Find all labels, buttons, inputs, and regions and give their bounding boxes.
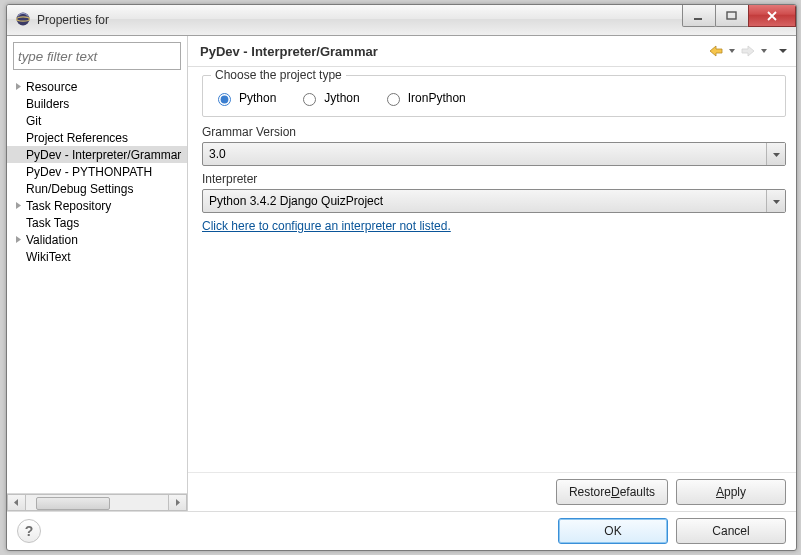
radio-jython[interactable]: Jython [298, 90, 359, 106]
radio-python-input[interactable] [218, 93, 231, 106]
header-nav [708, 44, 788, 58]
sidebar-item-label: Resource [26, 80, 77, 94]
scroll-right-icon[interactable] [168, 494, 187, 511]
sidebar-item-wikitext[interactable]: WikiText [7, 248, 187, 265]
grammar-version-value: 3.0 [209, 147, 226, 161]
scroll-thumb[interactable] [36, 497, 110, 510]
group-legend: Choose the project type [211, 68, 346, 82]
help-button[interactable]: ? [17, 519, 41, 543]
sidebar-item-resource[interactable]: Resource [7, 78, 187, 95]
svg-rect-3 [727, 12, 736, 19]
window-title: Properties for [37, 13, 109, 27]
interpreter-select[interactable]: Python 3.4.2 Django QuizProject [202, 189, 786, 213]
nav-back-menu-icon[interactable] [728, 44, 736, 58]
maximize-button[interactable] [715, 5, 749, 27]
svg-rect-2 [694, 18, 702, 20]
sidebar-item-pydev-pythonpath[interactable]: PyDev - PYTHONPATH [7, 163, 187, 180]
sidebar-item-label: Builders [26, 97, 69, 111]
sidebar-item-task-tags[interactable]: Task Tags [7, 214, 187, 231]
close-button[interactable] [748, 5, 796, 27]
scroll-track[interactable] [26, 494, 168, 511]
sidebar-item-run-debug-settings[interactable]: Run/Debug Settings [7, 180, 187, 197]
radio-ironpython-input[interactable] [387, 93, 400, 106]
body: Resource Builders Git Project References… [7, 36, 796, 511]
radio-label: Jython [324, 91, 359, 105]
interpreter-value: Python 3.4.2 Django QuizProject [209, 194, 383, 208]
svg-point-0 [17, 12, 30, 25]
content-area: Choose the project type Python Jython [188, 67, 796, 472]
scroll-left-icon[interactable] [7, 494, 26, 511]
nav-back-button[interactable] [708, 44, 724, 58]
sidebar-item-project-references[interactable]: Project References [7, 129, 187, 146]
sidebar-item-label: PyDev - Interpreter/Grammar [26, 148, 181, 162]
nav-forward-button[interactable] [740, 44, 756, 58]
sidebar-item-label: WikiText [26, 250, 71, 264]
sidebar-item-validation[interactable]: Validation [7, 231, 187, 248]
sidebar-item-builders[interactable]: Builders [7, 95, 187, 112]
sidebar-item-label: Run/Debug Settings [26, 182, 133, 196]
apply-button[interactable]: Apply [676, 479, 786, 505]
sidebar-item-pydev-interpreter-grammar[interactable]: PyDev - Interpreter/Grammar [7, 146, 187, 163]
page-header: PyDev - Interpreter/Grammar [188, 36, 796, 67]
radio-jython-input[interactable] [303, 93, 316, 106]
chevron-down-icon [766, 190, 785, 212]
filter-input[interactable] [13, 42, 181, 70]
footer: ? OK Cancel [7, 511, 796, 550]
expand-arrow-icon[interactable] [13, 200, 24, 211]
sidebar-item-git[interactable]: Git [7, 112, 187, 129]
project-type-radios: Python Jython IronPython [213, 90, 775, 106]
properties-dialog: Properties for Resource [6, 4, 797, 551]
titlebar[interactable]: Properties for [7, 5, 796, 36]
inner-button-row: Restore Defaults Apply [188, 472, 796, 511]
configure-interpreter-link[interactable]: Click here to configure an interpreter n… [202, 219, 451, 233]
interpreter-label: Interpreter [202, 172, 786, 186]
sidebar-item-label: PyDev - PYTHONPATH [26, 165, 152, 179]
radio-label: IronPython [408, 91, 466, 105]
sidebar-item-label: Project References [26, 131, 128, 145]
radio-ironpython[interactable]: IronPython [382, 90, 466, 106]
sidebar-item-task-repository[interactable]: Task Repository [7, 197, 187, 214]
chevron-down-icon [766, 143, 785, 165]
sidebar-item-label: Task Repository [26, 199, 111, 213]
cancel-button[interactable]: Cancel [676, 518, 786, 544]
sidebar-item-label: Task Tags [26, 216, 79, 230]
restore-defaults-button[interactable]: Restore Defaults [556, 479, 668, 505]
expand-arrow-icon[interactable] [13, 234, 24, 245]
grammar-version-select[interactable]: 3.0 [202, 142, 786, 166]
sidebar-horizontal-scrollbar[interactable] [7, 493, 187, 511]
sidebar-item-label: Git [26, 114, 41, 128]
sidebar: Resource Builders Git Project References… [7, 36, 188, 511]
window-controls [683, 5, 796, 27]
nav-forward-menu-icon[interactable] [760, 44, 768, 58]
sidebar-item-label: Validation [26, 233, 78, 247]
radio-python[interactable]: Python [213, 90, 276, 106]
project-type-group: Choose the project type Python Jython [202, 75, 786, 117]
expand-arrow-icon[interactable] [13, 81, 24, 92]
nav-view-menu-icon[interactable] [778, 44, 788, 58]
minimize-button[interactable] [682, 5, 716, 27]
main-panel: PyDev - Interpreter/Grammar [188, 36, 796, 511]
grammar-version-label: Grammar Version [202, 125, 786, 139]
help-icon: ? [25, 523, 34, 539]
eclipse-icon [15, 11, 31, 30]
nav-tree[interactable]: Resource Builders Git Project References… [7, 76, 187, 493]
radio-label: Python [239, 91, 276, 105]
page-title: PyDev - Interpreter/Grammar [200, 44, 378, 59]
ok-button[interactable]: OK [558, 518, 668, 544]
